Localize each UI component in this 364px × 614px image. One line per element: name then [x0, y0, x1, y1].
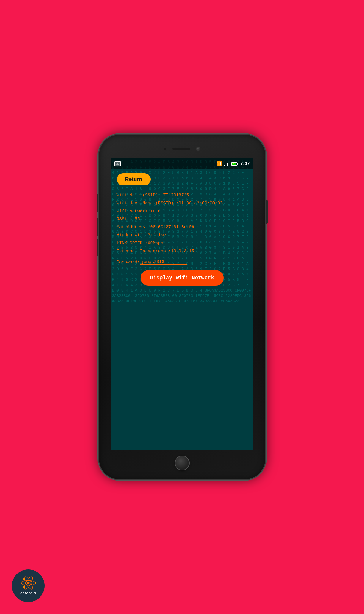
- mac-label: Mac Address :: [117, 225, 150, 229]
- mac-line: Mac Address :08:00:27:01:3e:56: [117, 223, 248, 231]
- svg-point-6: [35, 582, 36, 584]
- screen-content: Return Wifi Name (SSID) :ZT_2018725 Wifi…: [111, 169, 253, 290]
- password-input[interactable]: [140, 259, 187, 265]
- ssid-line: Wifi Name (SSID) :ZT_2018725: [117, 191, 248, 199]
- bssid-label: Wifi Hexa Name (BSSID) :: [117, 201, 179, 206]
- password-label: Password:: [117, 260, 140, 265]
- ssid-label: Wifi Name (SSID) :: [117, 193, 163, 198]
- battery-icon: [231, 162, 238, 166]
- thumbnail-icon: [114, 161, 121, 166]
- status-right: 📶 7:47: [217, 161, 250, 167]
- asteroid-label: asteroid: [20, 591, 36, 595]
- wifi-info-block: Wifi Name (SSID) :ZT_2018725 Wifi Hexa N…: [117, 191, 248, 255]
- camera: [196, 147, 200, 151]
- ext-ip-line: External Ip Address :10.0.3.15: [117, 247, 248, 255]
- ext-ip-value: 10.0.3.15: [171, 249, 194, 254]
- svg-point-8: [23, 578, 25, 580]
- link-speed-label: LINK SPEED :: [117, 241, 148, 245]
- return-button[interactable]: Return: [117, 173, 151, 185]
- password-line: Password:: [117, 259, 248, 265]
- hidden-label: Hidden Wifi ?:: [117, 233, 153, 237]
- status-bar: 📶 7:47: [111, 158, 253, 169]
- ext-ip-label: External Ip Address :: [117, 249, 171, 254]
- wifi-icon: 📶: [217, 161, 222, 167]
- status-left: [114, 161, 121, 166]
- rssi-value: -55: [132, 217, 140, 221]
- hidden-value: false: [153, 233, 166, 237]
- network-id-line: Wifi Network ID 0: [117, 207, 248, 215]
- link-speed-line: LINK SPEED :60Mbps: [117, 239, 248, 247]
- rssi-line: RSSi :-55: [117, 215, 248, 223]
- bssid-line: Wifi Hexa Name (BSSID) :01:80:c2:00:00:0…: [117, 199, 248, 207]
- speaker: [172, 148, 190, 150]
- home-button[interactable]: [175, 456, 190, 470]
- front-camera: [164, 148, 166, 150]
- mac-value: 08:00:27:01:3e:56: [150, 225, 194, 229]
- signal-icon: [224, 162, 229, 166]
- bssid-value: 01:80:c2:00:00:03: [179, 201, 223, 206]
- rssi-label: RSSi :: [117, 217, 132, 221]
- phone-bottom: [175, 450, 190, 479]
- phone-frame: 8 1 0 1 A 3 0 5 8 2 4 F 6 A 3 8 C 0 1 D …: [99, 135, 265, 479]
- network-id-value: 0: [158, 209, 161, 214]
- display-wifi-button[interactable]: Display Wifi Network: [141, 270, 224, 286]
- hidden-line: Hidden Wifi ?:false: [117, 231, 248, 239]
- svg-point-2: [27, 582, 29, 584]
- svg-point-7: [23, 586, 25, 588]
- status-time: 7:47: [240, 161, 250, 166]
- link-speed-value: 60Mbps: [148, 241, 163, 245]
- ssid-value: ZT_2018725: [163, 193, 189, 198]
- network-id-label: Wifi Network ID: [117, 209, 158, 214]
- screen: 8 1 0 1 A 3 0 5 8 2 4 F 6 A 3 8 C 0 1 D …: [111, 158, 253, 450]
- phone-top: [99, 135, 265, 158]
- svg-marker-1: [116, 163, 119, 165]
- asteroid-logo: asteroid: [12, 569, 45, 602]
